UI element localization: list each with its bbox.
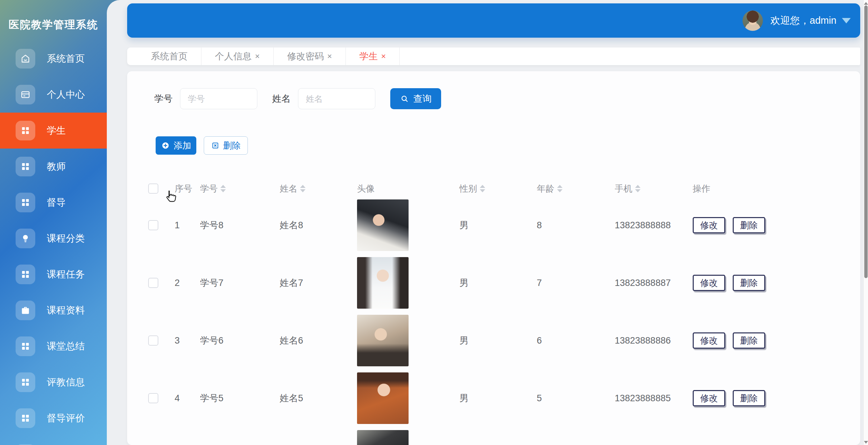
- column-header-年龄[interactable]: 年龄: [537, 183, 615, 195]
- table-row: 4学号5姓名5男513823888885修改删除: [148, 369, 847, 427]
- sort-carets-icon[interactable]: [220, 185, 226, 192]
- grid-icon: [16, 121, 35, 140]
- tab-close-icon[interactable]: ×: [381, 52, 386, 61]
- sidebar-item-督导[interactable]: 督导: [0, 185, 107, 220]
- sort-carets-icon[interactable]: [557, 185, 563, 192]
- sidebar-item-课程分类[interactable]: 课程分类: [0, 220, 107, 256]
- row-delete-button[interactable]: 删除: [733, 217, 765, 233]
- sidebar-item-教师[interactable]: 教师: [0, 149, 107, 185]
- student-id-input[interactable]: [180, 88, 257, 109]
- row-checkbox[interactable]: [148, 393, 158, 403]
- sidebar-item-系统首页[interactable]: 系统首页: [0, 41, 107, 77]
- sidebar-item-label: 评教信息: [47, 376, 85, 389]
- sidebar-item-label: 系统首页: [47, 52, 85, 65]
- column-label: 年龄: [537, 183, 554, 195]
- table-row: 3学号6姓名6男613823888886修改删除: [148, 312, 847, 369]
- grid-icon: [16, 265, 35, 284]
- column-header-学号[interactable]: 学号: [200, 183, 280, 195]
- cell-avatar: [357, 257, 459, 309]
- row-edit-button[interactable]: 修改: [693, 275, 725, 291]
- name-label: 姓名: [272, 93, 291, 105]
- cell-phone: 13823888885: [615, 393, 693, 404]
- cell-phone: 13823888886: [615, 335, 693, 346]
- column-header-手机[interactable]: 手机: [615, 183, 693, 195]
- cell-no: 2: [175, 278, 200, 288]
- table-header-row: 序号学号姓名头像性别年龄手机操作: [148, 181, 847, 196]
- welcome-text: 欢迎您，admin: [770, 14, 836, 27]
- delete-button[interactable]: 删除: [204, 136, 248, 155]
- sort-carets-icon[interactable]: [300, 185, 305, 192]
- tab-close-icon[interactable]: ×: [255, 52, 260, 61]
- grid-icon: [16, 193, 35, 212]
- students-table: 序号学号姓名头像性别年龄手机操作 1学号8姓名8男813823888888修改删…: [148, 181, 847, 445]
- id-card-icon: [16, 85, 35, 104]
- sidebar-item-督导评价[interactable]: 督导评价: [0, 400, 107, 436]
- scrollbar-up-arrow[interactable]: [864, 2, 868, 5]
- user-avatar[interactable]: [743, 11, 763, 31]
- row-delete-button[interactable]: 删除: [733, 275, 765, 291]
- cell-age: 6: [537, 335, 615, 346]
- delete-button-label: 删除: [223, 140, 241, 152]
- sidebar-item-课程资料[interactable]: 课程资料: [0, 292, 107, 328]
- action-buttons: 添加 删除: [156, 136, 248, 155]
- plus-circle-icon: [161, 141, 170, 150]
- vertical-scrollbar[interactable]: [863, 0, 868, 445]
- table-row: 1学号8姓名8男813823888888修改删除: [148, 196, 847, 254]
- sidebar-item-partial[interactable]: [0, 436, 107, 445]
- scrollbar-down-arrow[interactable]: [864, 441, 868, 444]
- sidebar-item-课程任务[interactable]: 课程任务: [0, 256, 107, 292]
- select-all-checkbox[interactable]: [148, 183, 158, 194]
- row-checkbox[interactable]: [148, 278, 158, 288]
- column-header-操作: 操作: [693, 183, 847, 195]
- sort-carets-icon[interactable]: [480, 185, 485, 192]
- cell-age: 5: [537, 393, 615, 404]
- tab-label: 学生: [359, 50, 378, 62]
- row-edit-button[interactable]: 修改: [693, 390, 725, 406]
- column-header-姓名[interactable]: 姓名: [280, 183, 357, 195]
- tab-label: 系统首页: [151, 50, 188, 62]
- query-button[interactable]: 查询: [390, 88, 441, 109]
- tab-close-icon[interactable]: ×: [327, 52, 332, 61]
- top-header-bar: 欢迎您，admin: [127, 3, 860, 38]
- sidebar-item-评教信息[interactable]: 评教信息: [0, 364, 107, 400]
- grid-icon: [16, 372, 35, 392]
- scrollbar-thumb[interactable]: [864, 5, 868, 278]
- column-label: 姓名: [280, 183, 297, 195]
- row-checkbox[interactable]: [148, 220, 158, 230]
- column-header-性别[interactable]: 性别: [459, 183, 537, 195]
- hand-cursor: [162, 187, 179, 206]
- sort-carets-icon[interactable]: [635, 185, 640, 192]
- cell-no: 4: [175, 393, 200, 404]
- sidebar-item-label: 督导: [47, 196, 66, 209]
- row-edit-button[interactable]: 修改: [693, 332, 725, 349]
- row-checkbox[interactable]: [148, 335, 158, 346]
- row-delete-button[interactable]: 删除: [733, 390, 765, 406]
- add-button[interactable]: 添加: [156, 136, 196, 155]
- x-square-icon: [211, 141, 220, 150]
- sidebar-item-课堂总结[interactable]: 课堂总结: [0, 328, 107, 364]
- tab-学生[interactable]: 学生×: [346, 47, 400, 65]
- row-delete-button[interactable]: 删除: [733, 332, 765, 349]
- cell-student_id: 学号8: [200, 219, 280, 231]
- sidebar-item-个人中心[interactable]: 个人中心: [0, 77, 107, 113]
- cell-no: 1: [175, 220, 200, 231]
- cell-age: 7: [537, 278, 615, 288]
- sidebar-item-学生[interactable]: 学生: [0, 113, 119, 149]
- tab-个人信息[interactable]: 个人信息×: [201, 47, 274, 65]
- cell-phone: 13823888888: [615, 220, 693, 231]
- caret-down-icon[interactable]: [842, 18, 851, 23]
- cell-avatar: [357, 430, 459, 445]
- avatar-photo-young-man-dark-scarf: [357, 315, 409, 366]
- tab-系统首页[interactable]: 系统首页: [137, 47, 201, 65]
- cell-name: 姓名7: [280, 277, 357, 289]
- cell-operations: 修改删除: [693, 275, 847, 291]
- avatar-photo-person-dark-hoodie: [357, 430, 409, 445]
- cell-student_id: 学号5: [200, 392, 280, 404]
- cell-student_id: 学号6: [200, 334, 280, 347]
- row-edit-button[interactable]: 修改: [693, 217, 725, 233]
- cell-gender: 男: [459, 334, 537, 347]
- tab-修改密码[interactable]: 修改密码×: [274, 47, 346, 65]
- name-input[interactable]: [298, 88, 375, 109]
- sidebar-item-label: 教师: [47, 160, 66, 173]
- cell-phone: 13823888887: [615, 278, 693, 288]
